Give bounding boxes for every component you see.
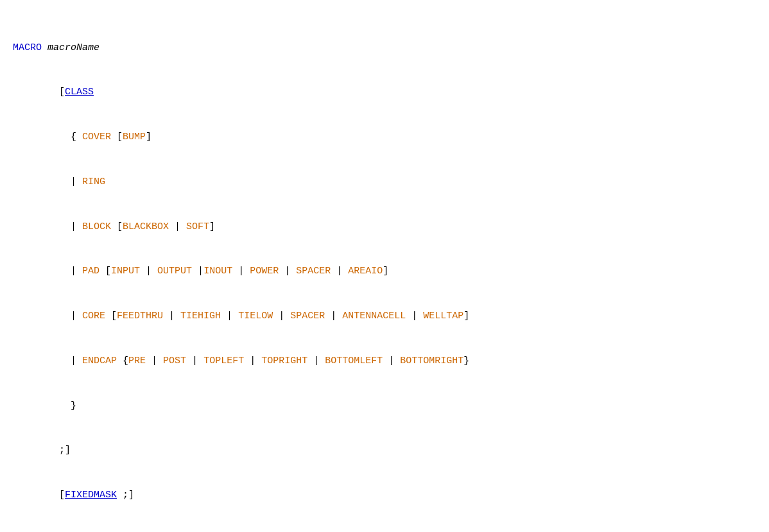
kw-areaio: AREAIO <box>348 266 383 277</box>
line-class-open: [CLASS <box>13 85 756 99</box>
line-semicolon-bracket: ;] <box>13 443 756 458</box>
kw-class: CLASS <box>65 87 94 98</box>
kw-inout: INOUT <box>203 266 232 277</box>
kw-antennacell: ANTENNACELL <box>342 311 406 322</box>
line-block: | BLOCK [BLACKBOX | SOFT] <box>13 219 756 234</box>
kw-fixedmask: FIXEDMASK <box>65 490 117 501</box>
kw-output: OUTPUT <box>157 266 192 277</box>
kw-endcap: ENDCAP <box>82 356 117 366</box>
kw-cover: COVER <box>82 132 111 142</box>
code-block: MACRO macroName [CLASS { COVER [BUMP] | … <box>13 10 756 532</box>
kw-input: INPUT <box>111 266 140 277</box>
kw-topleft: TOPLEFT <box>203 356 244 366</box>
line-macro-header: MACRO macroName <box>13 40 756 55</box>
line-pad: | PAD [INPUT | OUTPUT |INOUT | POWER | S… <box>13 264 756 279</box>
kw-feedthru: FEEDTHRU <box>117 311 163 322</box>
kw-tielow: TIELOW <box>238 311 273 322</box>
kw-soft: SOFT <box>186 221 209 232</box>
kw-pre: PRE <box>128 356 146 366</box>
line-cover: { COVER [BUMP] <box>13 130 756 144</box>
kw-bottomright: BOTTOMRIGHT <box>400 356 463 366</box>
kw-power: POWER <box>250 266 279 277</box>
kw-bump: BUMP <box>123 132 146 142</box>
kw-macro: MACRO <box>13 42 42 53</box>
kw-spacer-pad: SPACER <box>296 266 331 277</box>
kw-post: POST <box>163 356 186 366</box>
line-core: | CORE [FEEDTHRU | TIEHIGH | TIELOW | SP… <box>13 309 756 323</box>
kw-ring: RING <box>82 176 105 187</box>
italic-macroname: macroName <box>48 42 99 53</box>
kw-tiehigh: TIEHIGH <box>180 311 221 322</box>
kw-spacer-core: SPACER <box>290 311 325 322</box>
line-fixedmask: [FIXEDMASK ;] <box>13 488 756 502</box>
line-ring: | RING <box>13 175 756 189</box>
kw-blackbox: BLACKBOX <box>123 221 169 232</box>
kw-bottomleft: BOTTOMLEFT <box>325 356 383 366</box>
line-class-close-brace: } <box>13 399 756 413</box>
kw-welltap: WELLTAP <box>423 311 463 322</box>
kw-block: BLOCK <box>82 221 111 232</box>
kw-pad: PAD <box>82 266 99 277</box>
kw-topright: TOPRIGHT <box>261 356 307 366</box>
line-endcap: | ENDCAP {PRE | POST | TOPLEFT | TOPRIGH… <box>13 354 756 368</box>
kw-core: CORE <box>82 311 105 322</box>
